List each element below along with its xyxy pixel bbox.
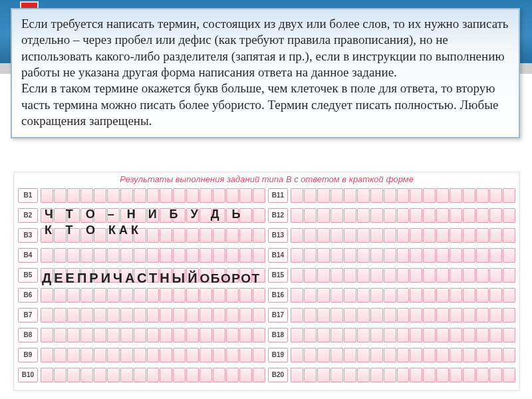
answer-cell[interactable] (489, 368, 502, 382)
answer-cell[interactable] (80, 348, 93, 362)
answer-cell[interactable] (160, 348, 172, 362)
answer-cell[interactable] (186, 188, 199, 203)
answer-cell[interactable] (173, 268, 186, 283)
answer-cell[interactable] (253, 308, 265, 323)
answer-cell[interactable] (476, 248, 489, 263)
answer-cell[interactable] (503, 268, 515, 283)
answer-cell[interactable] (317, 308, 330, 323)
answer-cell[interactable] (200, 368, 212, 382)
answer-cell[interactable] (344, 268, 356, 283)
answer-cell[interactable] (450, 208, 462, 223)
answer-cell[interactable] (107, 308, 120, 323)
answer-cell[interactable] (357, 348, 370, 362)
answer-cell[interactable] (120, 288, 133, 303)
answer-cell[interactable] (450, 248, 462, 263)
answer-cell[interactable] (186, 208, 199, 223)
answer-cell[interactable] (239, 328, 252, 342)
answer-cell[interactable] (173, 288, 186, 303)
answer-cell[interactable] (423, 288, 436, 303)
answer-cell[interactable] (436, 368, 449, 382)
answer-cell[interactable] (226, 368, 239, 382)
answer-cell[interactable] (186, 248, 199, 263)
answer-cell[interactable] (134, 368, 146, 382)
answer-cell[interactable] (213, 348, 225, 362)
answer-cell[interactable] (213, 368, 225, 382)
answer-cell[interactable] (410, 188, 422, 203)
answer-cell[interactable] (384, 348, 396, 362)
answer-cell[interactable] (94, 348, 106, 362)
answer-cell[interactable] (67, 288, 80, 303)
answer-cell[interactable] (476, 228, 489, 243)
answer-cell[interactable] (489, 188, 502, 203)
answer-cell[interactable] (186, 348, 199, 362)
answer-cell[interactable] (107, 188, 120, 203)
answer-cell[interactable] (213, 268, 225, 283)
answer-cell[interactable] (253, 288, 265, 303)
answer-cell[interactable] (357, 308, 370, 323)
answer-cell[interactable] (450, 228, 462, 243)
answer-cell[interactable] (54, 208, 66, 223)
answer-cell[interactable] (410, 348, 422, 362)
answer-cell[interactable] (436, 228, 449, 243)
answer-cell[interactable] (489, 228, 502, 243)
answer-cell[interactable] (186, 228, 199, 243)
answer-cell[interactable] (239, 188, 252, 203)
answer-cell[interactable] (331, 248, 343, 263)
answer-cell[interactable] (213, 208, 225, 223)
answer-cell[interactable] (463, 248, 475, 263)
answer-cell[interactable] (67, 328, 80, 342)
answer-cell[interactable] (489, 328, 502, 342)
answer-cell[interactable] (160, 368, 172, 382)
answer-cell[interactable] (503, 248, 515, 263)
answer-cell[interactable] (317, 348, 330, 362)
answer-cell[interactable] (331, 208, 343, 223)
answer-cell[interactable] (489, 348, 502, 362)
answer-cell[interactable] (370, 268, 383, 283)
answer-cell[interactable] (107, 288, 120, 303)
answer-cell[interactable] (147, 368, 160, 382)
answer-cell[interactable] (397, 288, 410, 303)
answer-cell[interactable] (173, 228, 186, 243)
answer-cell[interactable] (450, 188, 462, 203)
answer-cell[interactable] (173, 348, 186, 362)
answer-cell[interactable] (423, 268, 436, 283)
answer-cell[interactable] (503, 228, 515, 243)
answer-cell[interactable] (120, 228, 133, 243)
answer-cell[interactable] (213, 228, 225, 243)
answer-cell[interactable] (410, 268, 422, 283)
answer-cell[interactable] (67, 188, 80, 203)
answer-cell[interactable] (200, 268, 212, 283)
answer-cell[interactable] (410, 308, 422, 323)
answer-cell[interactable] (54, 368, 66, 382)
answer-cell[interactable] (173, 208, 186, 223)
answer-cell[interactable] (41, 288, 53, 303)
answer-cell[interactable] (134, 288, 146, 303)
answer-cell[interactable] (317, 288, 330, 303)
answer-cell[interactable] (160, 328, 172, 342)
answer-cell[interactable] (397, 368, 410, 382)
answer-cell[interactable] (331, 368, 343, 382)
answer-cell[interactable] (463, 208, 475, 223)
answer-cell[interactable] (200, 348, 212, 362)
answer-cell[interactable] (120, 328, 133, 342)
answer-cell[interactable] (450, 308, 462, 323)
answer-cell[interactable] (331, 328, 343, 342)
answer-cell[interactable] (423, 328, 436, 342)
answer-cell[interactable] (160, 228, 172, 243)
answer-cell[interactable] (344, 248, 356, 263)
answer-cell[interactable] (213, 288, 225, 303)
answer-cell[interactable] (226, 268, 239, 283)
answer-cell[interactable] (450, 268, 462, 283)
answer-cell[interactable] (134, 208, 146, 223)
answer-cell[interactable] (291, 328, 303, 342)
answer-cell[interactable] (80, 248, 93, 263)
answer-cell[interactable] (304, 248, 317, 263)
answer-cell[interactable] (397, 228, 410, 243)
answer-cell[interactable] (463, 308, 475, 323)
answer-cell[interactable] (226, 308, 239, 323)
answer-cell[interactable] (186, 328, 199, 342)
answer-cell[interactable] (67, 348, 80, 362)
answer-cell[interactable] (344, 328, 356, 342)
answer-cell[interactable] (54, 328, 66, 342)
answer-cell[interactable] (134, 308, 146, 323)
